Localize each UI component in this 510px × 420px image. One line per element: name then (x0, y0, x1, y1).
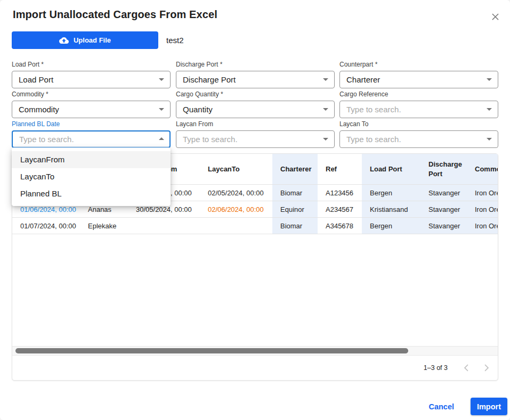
chevron-right-icon (481, 362, 492, 374)
footer-actions: Cancel Import (424, 398, 507, 415)
page-title: Import Unallocated Cargoes From Excel (13, 9, 217, 21)
table-cell: Bergen (362, 218, 420, 234)
table-cell: A123456 (318, 185, 362, 201)
chevron-down-icon (323, 108, 328, 111)
table-cell: Iron Ore (467, 185, 498, 201)
field-counterpart: Counterpart * (339, 61, 498, 88)
scrollbar-thumb[interactable] (15, 348, 408, 353)
laycan-from-input[interactable] (176, 130, 335, 148)
table-cell: A234567 (318, 201, 362, 218)
field-planned-bl-date: Planned BL Date (12, 120, 171, 148)
horizontal-scrollbar[interactable] (12, 346, 498, 356)
pagination-range-label: 1–3 of 3 (424, 364, 448, 372)
import-cargoes-dialog: Import Unallocated Cargoes From Excel Up… (0, 0, 510, 420)
table-cell: 02/05/2024, 00:00 (200, 185, 272, 201)
field-laycan-to: Laycan To (339, 120, 498, 148)
table-cell: Equinor (272, 201, 318, 218)
table-cell: 02/06/2024, 00:00 (200, 201, 272, 218)
import-button[interactable]: Import (471, 398, 507, 415)
pagination-bar: 1–3 of 3 (12, 355, 498, 380)
field-label: Planned BL Date (12, 120, 171, 128)
chevron-down-icon (159, 78, 164, 81)
field-discharge-port: Discharge Port * (176, 61, 335, 88)
table-cell: Kristiansand (362, 201, 420, 218)
field-label: Commodity * (12, 90, 171, 98)
table-cell: Stavanger (420, 201, 467, 218)
field-laycan-from: Laycan From (176, 120, 335, 148)
chevron-down-icon (487, 138, 492, 141)
table-cell (200, 218, 272, 234)
uploaded-file-name: test2 (166, 36, 184, 45)
column-header: Commodity (467, 154, 498, 185)
prev-page-button[interactable] (456, 358, 476, 378)
table-cell: Stavanger (420, 218, 467, 234)
chevron-down-icon (487, 108, 492, 111)
field-label: Laycan From (176, 120, 335, 128)
cancel-button[interactable]: Cancel (424, 399, 458, 414)
chevron-down-icon (487, 78, 492, 81)
table-row: 01/07/2024, 00:00EplekakeBiomarA345678Be… (12, 218, 498, 234)
field-load-port: Load Port * (12, 61, 171, 88)
field-label: Discharge Port * (176, 61, 335, 68)
table-cell (128, 218, 200, 234)
column-header: LaycanTo (200, 154, 272, 185)
load-port-select[interactable] (12, 71, 171, 88)
table-cell: Biomar (272, 218, 318, 234)
table-cell: Iron Ore (467, 218, 498, 234)
field-label: Cargo Quantity * (176, 90, 335, 98)
chevron-left-icon (460, 362, 472, 374)
cargo-reference-input[interactable] (339, 101, 498, 118)
table-cell: A345678 (318, 218, 362, 234)
field-cargo-reference: Cargo Reference (339, 90, 498, 118)
upload-file-button[interactable]: Upload File (12, 31, 158, 49)
close-button[interactable] (488, 9, 503, 23)
menu-option[interactable]: Planned BL (12, 185, 171, 202)
table-cell: 01/07/2024, 00:00 (12, 218, 80, 234)
next-page-button[interactable] (476, 358, 497, 378)
planned-bl-date-menu: LaycanFromLaycanToPlanned BL (12, 147, 171, 206)
chevron-down-icon (323, 138, 328, 141)
field-cargo-quantity: Cargo Quantity * (176, 90, 335, 118)
chevron-down-icon (323, 78, 328, 81)
field-label: Load Port * (12, 61, 171, 68)
cargo-quantity-select[interactable] (176, 101, 335, 118)
column-header: Discharge Port (420, 154, 467, 185)
planned-bl-date-input[interactable] (12, 130, 171, 148)
field-label: Laycan To (339, 120, 498, 128)
field-commodity: Commodity * (12, 90, 171, 118)
table-cell: Biomar (272, 185, 318, 201)
menu-option[interactable]: LaycanTo (12, 168, 171, 185)
menu-option[interactable]: LaycanFrom (12, 151, 171, 168)
commodity-select[interactable] (12, 101, 171, 118)
upload-button-label: Upload File (74, 36, 111, 44)
chevron-up-icon (159, 137, 164, 140)
column-header: Load Port (362, 154, 420, 185)
column-header: Ref (318, 154, 362, 185)
field-label: Cargo Reference (339, 90, 498, 98)
table-cell: Stavanger (420, 185, 467, 201)
close-x-icon (490, 11, 500, 21)
discharge-port-select[interactable] (176, 71, 335, 88)
laycan-to-input[interactable] (339, 130, 498, 148)
table-cell: Bergen (362, 185, 420, 201)
chevron-down-icon (159, 108, 164, 111)
cloud-upload-icon (59, 36, 69, 45)
table-cell: Iron Ore (467, 201, 498, 218)
column-header: Charterer (272, 154, 318, 185)
field-label: Counterpart * (339, 61, 498, 68)
table-cell: Eplekake (80, 218, 128, 234)
counterpart-select[interactable] (339, 71, 498, 88)
